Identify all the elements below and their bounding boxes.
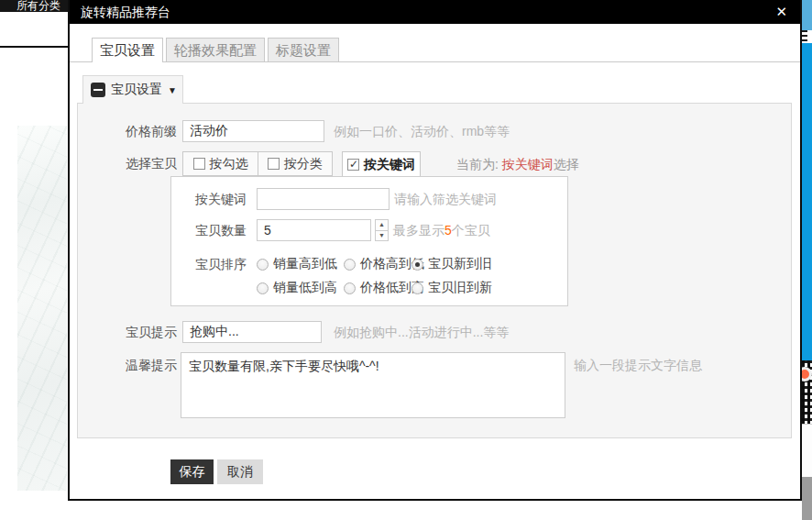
select-mode-by-category[interactable]: 按分类 [258,151,333,176]
strip-gray-footer [802,477,812,520]
keyword-input[interactable] [257,188,390,210]
select-mode-tabs: 按勾选 按分类 按关键词 [182,151,421,177]
background-divider [0,46,70,48]
current-mode-suffix: 选择 [554,157,579,171]
radio-icon[interactable] [411,259,423,271]
dialog-tabbar: 宝贝设置 轮播效果配置 标题设置 [70,38,800,62]
current-mode-value: 按关键词 [502,157,554,171]
collapse-minus-icon[interactable] [91,83,105,97]
quantity-hint-prefix: 最多显示 [393,223,444,238]
item-tip-hint: 例如抢购中...活动进行中...等等 [334,321,509,343]
keyword-hint: 请输入筛选关键词 [394,188,497,210]
spinner-down-icon[interactable]: ▼ [375,230,389,241]
radio-icon[interactable] [411,282,423,294]
item-tip-label: 宝贝提示 [78,321,177,343]
keyword-label: 按关键词 [171,188,247,210]
select-mode-by-check[interactable]: 按勾选 [182,151,258,176]
background-right-strip [802,0,812,520]
keyword-settings-panel: 按关键词 请输入筛选关键词 宝贝数量 ▲ ▼ 最多显示5个宝贝 宝贝排序 销量高… [170,176,568,306]
sort-option-sales-low-high[interactable]: 销量低到高 [257,280,337,296]
quantity-hint-suffix: 个宝贝 [452,223,490,238]
strip-menu-lines-icon [802,30,807,43]
price-prefix-hint: 例如一口价、活动价、rmb等等 [334,120,510,142]
quantity-stepper: ▲ ▼ [375,219,389,241]
spinner-up-icon[interactable]: ▲ [375,219,389,230]
strip-blue-banner [802,43,812,360]
background-texture-image [17,126,67,491]
sort-label: 宝贝排序 [171,256,247,272]
quantity-input[interactable] [257,219,371,241]
price-prefix-label: 价格前缀 [78,120,177,142]
checkbox-icon[interactable] [193,158,205,170]
section-title: 宝贝设置 [111,82,162,98]
sort-option-label: 销量低到高 [273,280,337,296]
select-mode-label: 按关键词 [364,157,415,173]
quantity-hint-number: 5 [444,223,452,238]
tab-carousel-config[interactable]: 轮播效果配置 [166,38,265,62]
save-button[interactable]: 保存 [170,459,214,484]
current-mode-prefix: 当前为: [456,157,499,171]
strip-light-blue-area [802,0,812,30]
radio-icon[interactable] [344,259,356,271]
checkbox-icon[interactable] [347,159,359,171]
sort-option-sales-high-low[interactable]: 销量高到低 [257,256,337,272]
background-nav-all-categories[interactable]: 所有分类 [0,0,70,12]
warm-tip-hint: 输入一段提示文字信息 [574,354,702,376]
settings-panel: 价格前缀 例如一口价、活动价、rmb等等 选择宝贝 按勾选 按分类 按关键词 [77,103,792,438]
select-items-label: 选择宝贝 [78,152,177,174]
sort-option-old-to-new[interactable]: 宝贝旧到新 [411,280,492,296]
caret-down-icon: ▼ [168,85,177,95]
sort-option-label: 宝贝新到旧 [428,256,492,272]
close-icon[interactable]: ✕ [775,0,787,24]
current-mode-hint: 当前为: 按关键词选择 [456,152,579,176]
checkbox-icon[interactable] [268,158,280,170]
cancel-button[interactable]: 取消 [217,459,263,484]
select-mode-label: 按勾选 [210,156,248,172]
radio-icon[interactable] [344,282,356,294]
radio-icon[interactable] [257,259,269,271]
quantity-hint: 最多显示5个宝贝 [393,219,490,241]
sort-option-label: 销量高到低 [273,256,337,272]
dialog-title: 旋转精品推荐台 [81,0,170,24]
tab-item-settings[interactable]: 宝贝设置 [92,38,163,62]
quantity-label: 宝贝数量 [171,219,247,241]
dialog-header: 旋转精品推荐台 ✕ [70,0,800,24]
section-header-item-settings[interactable]: 宝贝设置 ▼ [82,75,183,104]
strip-white-area [802,424,812,477]
warm-tip-label: 温馨提示 [78,354,177,376]
sort-option-new-to-old[interactable]: 宝贝新到旧 [411,256,492,272]
select-mode-label: 按分类 [284,156,323,172]
recommendation-dialog: 旋转精品推荐台 ✕ 宝贝设置 轮播效果配置 标题设置 宝贝设置 ▼ 价格前缀 例… [68,0,802,501]
item-tip-input[interactable] [182,321,322,343]
tab-title-settings[interactable]: 标题设置 [268,38,339,62]
qr-code-image [802,360,812,424]
sort-option-label: 宝贝旧到新 [428,280,492,296]
price-prefix-input[interactable] [182,120,324,142]
select-mode-by-keyword[interactable]: 按关键词 [342,151,421,177]
radio-icon[interactable] [257,282,269,294]
warm-tip-textarea[interactable]: 宝贝数量有限,亲下手要尽快哦^-^! [181,352,565,418]
screen: 所有分类 旋转精品推荐台 ✕ 宝贝设置 轮播效果配置 标题设置 宝贝设置 ▼ [0,0,812,520]
